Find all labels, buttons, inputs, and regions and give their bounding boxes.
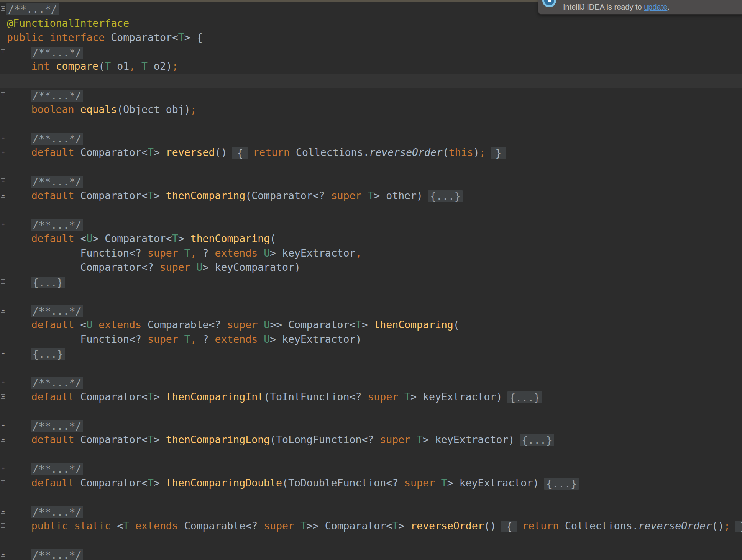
code-line[interactable]: boolean equals(Object obj);	[0, 102, 742, 117]
code-line[interactable]: +/**...*/	[0, 303, 742, 318]
code-token: extends	[98, 319, 141, 331]
code-line[interactable]: +/**...*/	[0, 217, 742, 232]
code-line[interactable]: int compare(T o1, T o2);	[0, 59, 742, 74]
code-line[interactable]: +default Comparator<T> thenComparingDoub…	[0, 476, 742, 490]
code-line[interactable]: +/**...*/	[0, 375, 742, 390]
update-notification-balloon[interactable]: IntelliJ IDEA is ready to update.	[538, 0, 742, 15]
code-token	[68, 520, 74, 532]
code-line[interactable]	[0, 490, 742, 504]
folded-region[interactable]: /**...*/	[6, 3, 59, 15]
folded-region[interactable]: /**...*/	[31, 90, 84, 102]
code-line[interactable]: +default Comparator<T> thenComparing(Com…	[0, 188, 742, 203]
code-line[interactable]: Function<? super T, ? extends U> keyExtr…	[0, 246, 742, 260]
code-token: T	[184, 247, 190, 259]
code-line[interactable]: +{...}	[0, 275, 742, 289]
folded-region[interactable]: /**...*/	[31, 377, 84, 389]
code-token: T	[141, 60, 148, 72]
code-line[interactable]: +/**...*/	[0, 131, 742, 146]
code-token: super	[227, 319, 258, 331]
code-line[interactable]: +public static <T extends Comparable<? s…	[0, 519, 742, 533]
code-line[interactable]	[0, 404, 742, 418]
code-line[interactable]	[0, 203, 742, 217]
code-line[interactable]	[0, 289, 742, 303]
code-line[interactable]: +default Comparator<T> thenComparingInt(…	[0, 390, 742, 404]
code-token: extends	[215, 247, 258, 259]
folded-region[interactable]: {...}	[520, 434, 554, 446]
code-token	[410, 434, 417, 445]
code-token	[190, 261, 197, 273]
code-line[interactable]	[0, 116, 742, 131]
code-token	[74, 103, 80, 115]
code-token: > keyComparator)	[203, 261, 300, 273]
code-line[interactable]	[0, 533, 742, 548]
code-token: default	[31, 391, 74, 403]
code-token: <	[74, 233, 86, 244]
code-token: >	[398, 520, 410, 532]
code-line[interactable]: public interface Comparator<T> {	[0, 30, 742, 45]
code-token: @FunctionalInterface	[7, 17, 129, 29]
folded-region[interactable]: /**...*/	[31, 463, 84, 475]
code-token: >	[154, 477, 166, 489]
code-token: T	[356, 319, 362, 331]
code-token: (	[270, 233, 276, 244]
folded-region[interactable]: /**...*/	[31, 549, 84, 560]
code-line[interactable]: +/**...*/	[0, 45, 742, 59]
folded-region[interactable]: {...}	[544, 478, 579, 490]
code-line[interactable]	[0, 361, 742, 375]
folded-region[interactable]: {...}	[31, 277, 65, 288]
caret-line-highlight[interactable]	[0, 74, 742, 88]
fold-boundary-brace[interactable]: {	[501, 521, 517, 532]
code-token: super	[160, 261, 190, 273]
code-token: T	[368, 190, 374, 201]
code-line[interactable]: Function<? super T, ? extends U> keyExtr…	[0, 332, 742, 347]
code-token	[92, 319, 98, 331]
fold-boundary-brace[interactable]: {	[232, 147, 248, 159]
code-line[interactable]: default <U> Comparator<T> thenComparing(	[0, 231, 742, 246]
code-token: Comparable<?	[141, 319, 227, 331]
code-token: Collections.	[559, 520, 638, 532]
code-line[interactable]	[0, 447, 742, 462]
code-token	[398, 391, 404, 403]
code-line[interactable]: +default Comparator<T> reversed() { retu…	[0, 145, 742, 160]
code-line[interactable]: Comparator<? super U> keyComparator)	[0, 260, 742, 275]
code-token: public	[31, 520, 68, 532]
code-line[interactable]: +/**...*/	[0, 504, 742, 519]
indent-guide	[33, 246, 33, 273]
code-editor[interactable]: +/**...*/@FunctionalInterfacepublic inte…	[0, 0, 742, 560]
folded-region[interactable]: /**...*/	[31, 133, 84, 145]
code-line[interactable]: +/**...*/	[0, 174, 742, 188]
fold-boundary-brace[interactable]: }	[735, 521, 742, 532]
code-area[interactable]: +/**...*/@FunctionalInterfacepublic inte…	[0, 2, 742, 560]
folded-region[interactable]: /**...*/	[31, 420, 84, 432]
code-token: >	[178, 233, 190, 244]
fold-boundary-brace[interactable]: }	[491, 147, 506, 159]
code-token: T	[300, 520, 307, 532]
folded-region[interactable]: {...}	[507, 391, 542, 403]
code-token	[135, 60, 141, 72]
code-line[interactable]: @FunctionalInterface	[0, 16, 742, 31]
code-token: default	[31, 477, 74, 489]
code-token: T	[172, 233, 178, 244]
code-token	[294, 520, 300, 532]
folded-region[interactable]: {...}	[428, 190, 463, 202]
folded-region[interactable]: /**...*/	[31, 47, 84, 59]
code-line[interactable]: default <U extends Comparable<? super U>…	[0, 318, 742, 332]
code-token: >> Comparator<	[270, 319, 355, 331]
code-line[interactable]: +/**...*/	[0, 418, 742, 433]
code-token: T	[404, 391, 410, 403]
folded-region[interactable]: /**...*/	[31, 219, 84, 231]
code-line[interactable]: +{...}	[0, 346, 742, 361]
code-line[interactable]	[0, 160, 742, 174]
folded-region[interactable]: {...}	[31, 348, 65, 360]
folded-region[interactable]: /**...*/	[31, 506, 84, 518]
folded-region[interactable]: /**...*/	[31, 176, 84, 188]
code-token: T	[392, 520, 398, 532]
code-token: ()	[484, 520, 502, 532]
code-line[interactable]: +default Comparator<T> thenComparingLong…	[0, 432, 742, 447]
code-line[interactable]: +/**...*/	[0, 547, 742, 560]
code-line[interactable]: +/**...*/	[0, 88, 742, 102]
code-line[interactable]: +/**...*/	[0, 461, 742, 476]
code-token: reverseOrder	[369, 146, 442, 158]
update-link[interactable]: update	[644, 3, 667, 11]
folded-region[interactable]: /**...*/	[31, 305, 84, 317]
